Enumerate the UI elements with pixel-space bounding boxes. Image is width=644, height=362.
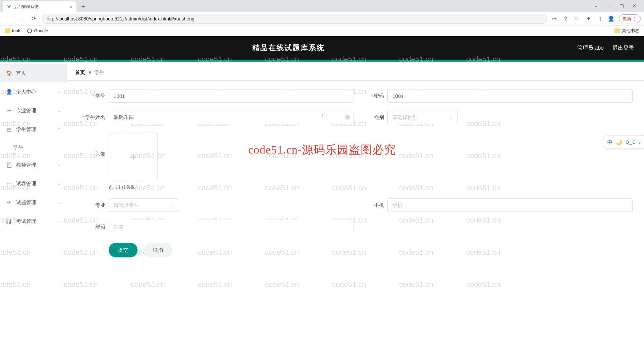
major-select[interactable]: 请选择专业 ⌄ [109, 198, 179, 212]
tab-close-icon[interactable]: × [70, 4, 72, 9]
student-no-input[interactable] [109, 89, 354, 103]
student-name-input[interactable] [109, 111, 354, 124]
sidebar-item-home[interactable]: 🏠 首页 [0, 64, 67, 82]
gender-select[interactable]: 请选择性别 ⌄ [387, 111, 458, 124]
sidebar-item-paper[interactable]: ▭ 试卷管理 ⌄ [0, 174, 67, 193]
forward-button[interactable]: → [16, 14, 25, 23]
star-icon[interactable]: ☆ [573, 15, 581, 22]
panel-icon[interactable]: ▯ [596, 15, 603, 22]
sidebar: 🏠 首页 👤 个人中心 ⌄ ☰ 专业管理 ⌄ ▤ 学生管理 ⌃ 学生 📋 教师 [0, 62, 67, 362]
layers-icon: ▤ [6, 126, 12, 132]
new-tab-button[interactable]: + [78, 2, 88, 11]
bookmark-google[interactable]: Google [27, 28, 48, 33]
close-window-icon[interactable]: ✕ [629, 1, 639, 11]
avatar-upload[interactable]: ＋ [109, 132, 158, 181]
avatar-hint: 点击上传头像 [109, 184, 158, 190]
sidebar-item-exam[interactable]: 📊 考试管理 ⌄ [0, 212, 67, 231]
profile-icon[interactable]: 👤 [607, 15, 615, 22]
ime-float-widget[interactable]: 中 🌙 ʘ‿ʘ › [602, 135, 644, 149]
window-controls: ⌄ — ▢ ✕ [591, 1, 641, 12]
email-input[interactable] [109, 220, 354, 233]
expand-arrow-icon[interactable]: › [639, 139, 641, 145]
back-button[interactable]: ← [3, 14, 13, 23]
clear-input-icon[interactable]: ✕ [344, 114, 351, 120]
chevron-down-icon: ⌄ [57, 163, 61, 167]
doc-icon: ▭ [6, 181, 12, 187]
chevron-down-icon: ⌄ [57, 181, 61, 186]
browser-tab[interactable]: 后台管理系统 × [3, 1, 76, 12]
user-label[interactable]: 管理员 abo [577, 45, 604, 52]
student-form: *学号 *密码 *学生姓名 ✕ 性别 [75, 87, 636, 257]
moon-icon[interactable]: 🌙 [616, 139, 622, 145]
sidebar-item-question[interactable]: ✈ 试题管理 ⌄ [0, 193, 67, 212]
chevron-down-icon: ⌄ [171, 203, 174, 207]
share-icon[interactable]: ⇪ [562, 15, 569, 22]
sidebar-item-profile[interactable]: 👤 个人中心 ⌄ [0, 82, 67, 101]
face-icon[interactable]: ʘ‿ʘ [626, 140, 636, 145]
vue-favicon-icon [7, 4, 11, 9]
extensions-icon[interactable]: ✦ [585, 15, 592, 22]
sidebar-item-student[interactable]: ▤ 学生管理 ⌃ [0, 120, 67, 139]
address-bar: ← → ⟳ http://localhost:8080/springbootu5… [0, 12, 644, 25]
maximize-icon[interactable]: ▢ [616, 1, 627, 11]
breadcrumb-separator-icon: ■ [89, 70, 91, 75]
update-button[interactable]: 更新⋮ [619, 14, 641, 23]
sidebar-item-teacher[interactable]: 📋 教师管理 ⌄ [0, 156, 67, 174]
breadcrumb: 首页 ■ 学生 [75, 66, 636, 79]
stack-icon: ☰ [6, 108, 12, 114]
folder-icon [614, 28, 620, 33]
tab-title: 后台管理系统 [14, 4, 38, 10]
submit-button[interactable]: 提交 [109, 243, 138, 257]
chevron-up-icon: ⌃ [57, 127, 61, 132]
minimize-icon[interactable]: — [604, 1, 614, 11]
app-title: 精品在线试题库系统 [0, 43, 577, 53]
chevron-down-icon: ⌄ [57, 108, 61, 113]
browser-tab-strip: 后台管理系统 × + ⌄ — ▢ ✕ [0, 0, 644, 12]
chevron-down-icon: ⌄ [57, 200, 61, 205]
chevron-down-icon: ⌄ [57, 219, 61, 224]
globe-icon [27, 28, 32, 33]
bookmark-bar: tools Google 其他书签 [0, 25, 644, 36]
user-icon: 👤 [6, 89, 12, 95]
sidebar-subitem-student[interactable]: 学生 [0, 139, 67, 156]
breadcrumb-home[interactable]: 首页 [75, 69, 85, 76]
home-icon: 🏠 [6, 70, 12, 76]
chevron-down-icon: ⌄ [57, 89, 61, 94]
bookmark-tools[interactable]: tools [5, 28, 21, 33]
bookmark-other[interactable]: 其他书签 [614, 28, 639, 34]
bar-icon: 📊 [6, 218, 12, 224]
sidebar-item-major[interactable]: ☰ 专业管理 ⌄ [0, 101, 67, 120]
password-input[interactable] [387, 89, 633, 103]
reload-button[interactable]: ⟳ [29, 14, 38, 23]
app-header: 精品在线试题库系统 管理员 abo 退出登录 [0, 36, 644, 62]
chevron-down-icon: ⌄ [449, 115, 453, 120]
breadcrumb-current: 学生 [94, 69, 104, 76]
phone-input[interactable] [387, 198, 633, 212]
list-icon: 📋 [6, 162, 12, 168]
content-area: 首页 ■ 学生 *学号 *密码 *学生姓名 [67, 62, 644, 362]
key-icon[interactable]: ⊶ [550, 15, 558, 22]
url-input[interactable]: http://localhost:8080/springbootu521z/ad… [42, 14, 547, 24]
send-icon: ✈ [6, 199, 12, 205]
ime-lang[interactable]: 中 [607, 139, 612, 145]
cancel-button[interactable]: 取消 [144, 243, 172, 257]
logout-link[interactable]: 退出登录 [612, 45, 634, 52]
chevron-down-icon[interactable]: ⌄ [591, 1, 601, 11]
folder-icon [5, 28, 10, 33]
